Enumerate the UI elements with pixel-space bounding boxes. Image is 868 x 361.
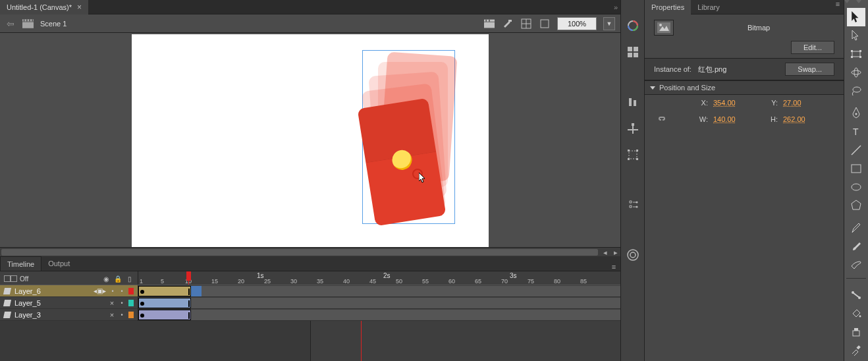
empty-frames[interactable]	[191, 298, 620, 308]
outline-column-icon[interactable]: ▯	[126, 275, 134, 283]
svg-point-49	[852, 184, 861, 190]
tween-span[interactable]	[138, 286, 191, 296]
w-value[interactable]: 140.00	[708, 115, 741, 123]
rectangle-tool-icon[interactable]	[847, 159, 865, 178]
zoom-dropdown[interactable]: ▼	[603, 17, 615, 30]
empty-frames[interactable]	[202, 286, 620, 296]
frame-number: 25	[264, 278, 271, 285]
h-label: H:	[741, 115, 778, 123]
playhead[interactable]	[186, 271, 191, 281]
scrollbar-thumb[interactable]	[1, 249, 598, 256]
visibility-off-icon[interactable]: ×	[109, 299, 115, 307]
tab-overflow-icon[interactable]: »	[614, 3, 618, 11]
polystar-tool-icon[interactable]	[847, 196, 865, 215]
pen-tool-icon[interactable]	[847, 104, 865, 123]
oval-tool-icon[interactable]	[847, 178, 865, 196]
svg-rect-48	[852, 165, 861, 173]
layer-name[interactable]: Layer_3	[14, 311, 105, 319]
keyframe-icon[interactable]	[140, 290, 144, 294]
y-value[interactable]: 27.00	[778, 99, 811, 107]
ink-bottle-tool-icon[interactable]	[847, 323, 865, 341]
svg-text:T: T	[853, 126, 859, 137]
paint-options-icon[interactable]	[502, 18, 514, 30]
time-ruler[interactable]: 1s2s3s1510152025303540455055606570758085	[138, 271, 620, 285]
stage[interactable]	[132, 34, 489, 247]
bone-tool-icon[interactable]	[847, 286, 865, 304]
swatches-panel-icon[interactable]	[626, 45, 640, 59]
svg-rect-37	[852, 51, 860, 57]
link-wh-icon[interactable]	[654, 115, 670, 124]
lock-dot-icon[interactable]: •	[119, 312, 124, 318]
paint-brush-tool-icon[interactable]	[847, 256, 865, 274]
svg-rect-25	[629, 151, 637, 159]
selection-tool-icon[interactable]	[847, 8, 865, 26]
x-value[interactable]: 354.00	[708, 99, 741, 107]
tab-output[interactable]: Output	[41, 256, 76, 271]
horizontal-scrollbar[interactable]: ◂ ▸	[0, 247, 620, 256]
scene-name[interactable]: Scene 1	[40, 20, 67, 28]
pencil-tool-icon[interactable]	[847, 219, 865, 237]
text-tool-icon[interactable]: T	[847, 123, 865, 141]
transform-panel-icon[interactable]	[626, 148, 640, 162]
lock-dot-icon[interactable]: •	[119, 288, 124, 294]
eyedropper-tool-icon[interactable]	[847, 341, 865, 360]
layer-row[interactable]: Layer_3×•	[0, 309, 138, 321]
layer-mini-controls[interactable]: ◂▣▸	[94, 287, 106, 294]
tab-timeline[interactable]: Timeline	[0, 256, 41, 271]
layer-row[interactable]: Layer_6◂▣▸••	[0, 285, 138, 297]
h-value[interactable]: 262.00	[778, 115, 811, 123]
line-tool-icon[interactable]	[847, 141, 865, 159]
outline-color-swatch[interactable]	[128, 300, 134, 306]
section-title: Position and Size	[659, 84, 715, 92]
tween-span[interactable]	[138, 310, 191, 320]
top-right-grips	[605, 0, 868, 4]
empty-frames[interactable]	[191, 310, 620, 320]
scroll-right-icon[interactable]: ▸	[611, 248, 620, 257]
outline-color-swatch[interactable]	[128, 288, 134, 294]
stage-area[interactable]	[0, 33, 620, 247]
svg-point-54	[859, 316, 861, 318]
visibility-off-icon[interactable]: ×	[109, 311, 115, 319]
keyframe-icon[interactable]	[140, 314, 144, 318]
3d-rotation-tool-icon[interactable]	[847, 63, 865, 82]
lasso-tool-icon[interactable]	[847, 82, 865, 100]
tween-span[interactable]	[138, 298, 191, 308]
svg-point-36	[659, 24, 662, 26]
scroll-left-icon[interactable]: ◂	[601, 248, 610, 257]
document-tab[interactable]: Untitled-1 (Canvas)* ×	[0, 0, 88, 14]
position-size-section-header[interactable]: Position and Size	[645, 80, 844, 95]
clip-stage-icon[interactable]	[539, 18, 551, 30]
outline-color-swatch[interactable]	[128, 312, 134, 318]
center-stage-icon[interactable]	[520, 18, 532, 30]
visibility-dot-icon[interactable]: •	[110, 288, 115, 294]
onion-skin-toggle[interactable]: Off	[4, 275, 28, 283]
back-icon[interactable]: ⇦	[5, 18, 16, 29]
frame-row[interactable]	[138, 297, 620, 309]
edit-button[interactable]: Edit...	[791, 41, 834, 54]
lock-column-icon[interactable]: 🔒	[114, 275, 122, 283]
components-panel-icon[interactable]	[626, 198, 640, 212]
layer-name[interactable]: Layer_5	[14, 299, 105, 307]
free-transform-tool-icon[interactable]	[847, 45, 865, 63]
frame-row[interactable]	[138, 309, 620, 321]
layer-name[interactable]: Layer_6	[14, 287, 90, 295]
bitmap-thumbnail-icon	[654, 20, 674, 36]
visibility-column-icon[interactable]: ◉	[102, 275, 110, 283]
keyframe-icon[interactable]	[140, 302, 144, 306]
panel-menu-icon[interactable]: ≡	[607, 263, 620, 271]
layer-row[interactable]: Layer_5×•	[0, 297, 138, 309]
close-icon[interactable]: ×	[77, 3, 82, 12]
clip-options-icon[interactable]	[483, 18, 495, 30]
selected-frames[interactable]	[191, 286, 202, 296]
paint-bucket-tool-icon[interactable]	[847, 304, 865, 323]
frame-row[interactable]	[138, 285, 620, 297]
brush-tool-icon[interactable]	[847, 237, 865, 256]
subselection-tool-icon[interactable]	[847, 26, 865, 45]
cc-libraries-icon[interactable]	[626, 248, 640, 262]
color-panel-icon[interactable]	[626, 18, 640, 33]
swap-button[interactable]: Swap...	[785, 63, 834, 76]
align-panel-icon[interactable]	[626, 95, 640, 109]
lock-dot-icon[interactable]: •	[119, 300, 124, 306]
zoom-input[interactable]: 100%	[557, 17, 597, 30]
info-panel-icon[interactable]	[626, 121, 640, 136]
